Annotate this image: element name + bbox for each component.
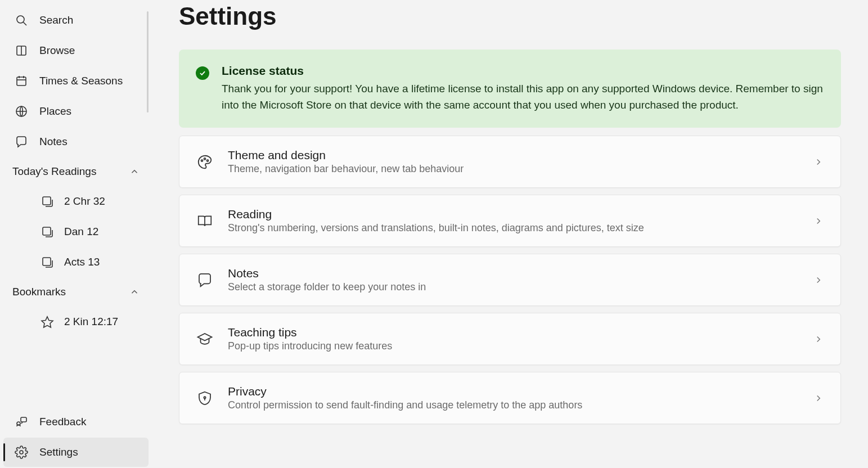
sidebar-sub-label: 2 Chr 32 xyxy=(64,195,105,208)
banner-text: License status Thank you for your suppor… xyxy=(222,64,824,113)
note-icon xyxy=(196,272,213,289)
card-title: Notes xyxy=(228,267,799,280)
card-subtitle: Theme, navigation bar behaviour, new tab… xyxy=(228,163,799,175)
sidebar-item-search[interactable]: Search xyxy=(3,6,149,35)
chevron-right-icon xyxy=(813,334,824,344)
sidebar-item-feedback[interactable]: Feedback xyxy=(3,407,149,436)
sidebar-item-label: Notes xyxy=(39,136,68,148)
banner-description: Thank you for your support! You have a l… xyxy=(222,81,824,113)
palette-icon xyxy=(196,154,213,170)
card-title: Teaching tips xyxy=(228,326,799,339)
sidebar-item-label: Places xyxy=(39,105,71,118)
sidebar-item-browse[interactable]: Browse xyxy=(3,36,149,65)
check-circle-icon xyxy=(196,66,209,80)
card-title: Reading xyxy=(228,208,799,221)
svg-marker-12 xyxy=(42,317,53,327)
tab-icon xyxy=(41,255,54,269)
chevron-up-icon xyxy=(129,166,140,177)
card-subtitle: Strong's numbering, versions and transla… xyxy=(228,222,799,234)
shield-icon xyxy=(196,390,213,407)
settings-card-reading[interactable]: Reading Strong's numbering, versions and… xyxy=(179,195,841,247)
feedback-icon xyxy=(15,415,28,429)
settings-card-privacy[interactable]: Privacy Control permission to send fault… xyxy=(179,372,841,424)
book-icon xyxy=(15,44,28,57)
open-book-icon xyxy=(196,213,213,230)
svg-point-19 xyxy=(204,397,205,398)
sidebar-item-label: Search xyxy=(39,14,73,26)
star-icon xyxy=(41,315,54,328)
svg-rect-4 xyxy=(17,77,26,86)
license-status-banner: License status Thank you for your suppor… xyxy=(179,50,841,128)
sidebar-sub-label: Dan 12 xyxy=(64,226,98,238)
sidebar-item-label: Browse xyxy=(39,44,75,57)
settings-card-teaching-tips[interactable]: Teaching tips Pop-up tips introducing ne… xyxy=(179,313,841,365)
settings-card-theme-and-design[interactable]: Theme and design Theme, navigation bar b… xyxy=(179,136,841,188)
card-subtitle: Control permission to send fault-finding… xyxy=(228,399,799,411)
svg-rect-10 xyxy=(43,227,51,235)
svg-rect-9 xyxy=(43,197,51,205)
sidebar-reading-item-acts13[interactable]: Acts 13 xyxy=(3,248,149,277)
sidebar-item-times-seasons[interactable]: Times & Seasons xyxy=(3,66,149,96)
gear-icon xyxy=(15,446,28,459)
card-subtitle: Pop-up tips introducing new features xyxy=(228,340,799,352)
sidebar-sub-label: 2 Kin 12:17 xyxy=(64,316,118,328)
tab-icon xyxy=(41,195,54,208)
sidebar-item-label: Settings xyxy=(39,446,78,458)
sidebar-bottom: Feedback Settings xyxy=(0,406,152,468)
card-title: Theme and design xyxy=(228,148,799,162)
note-icon xyxy=(15,135,28,148)
card-body: Theme and design Theme, navigation bar b… xyxy=(228,148,799,175)
search-icon xyxy=(15,14,28,27)
page-title: Settings xyxy=(179,2,841,30)
sidebar-item-label: Feedback xyxy=(39,416,86,428)
chevron-right-icon xyxy=(813,275,824,285)
chevron-right-icon xyxy=(813,216,824,226)
sidebar-section-todays-readings[interactable]: Today's Readings xyxy=(0,158,152,186)
sidebar-item-notes[interactable]: Notes xyxy=(3,127,149,156)
svg-point-16 xyxy=(201,160,203,161)
chevron-right-icon xyxy=(813,393,824,403)
card-body: Notes Select a storage folder to keep yo… xyxy=(228,267,799,293)
sidebar-reading-item-dan12[interactable]: Dan 12 xyxy=(3,217,149,246)
svg-point-18 xyxy=(207,160,209,161)
sidebar-section-bookmarks[interactable]: Bookmarks xyxy=(0,278,152,306)
svg-rect-14 xyxy=(21,417,26,422)
card-body: Reading Strong's numbering, versions and… xyxy=(228,208,799,234)
card-body: Teaching tips Pop-up tips introducing ne… xyxy=(228,326,799,352)
tab-icon xyxy=(41,225,54,238)
globe-icon xyxy=(15,105,28,118)
chevron-up-icon xyxy=(129,287,140,297)
sidebar-reading-item-2chr32[interactable]: 2 Chr 32 xyxy=(3,187,149,216)
banner-title: License status xyxy=(222,64,824,78)
sidebar-bookmark-item-2kin1217[interactable]: 2 Kin 12:17 xyxy=(3,307,149,336)
card-title: Privacy xyxy=(228,385,799,398)
main-content: Settings License status Thank you for yo… xyxy=(152,0,868,468)
svg-point-17 xyxy=(204,158,206,159)
sidebar-item-label: Times & Seasons xyxy=(39,75,123,87)
sidebar-section-title: Bookmarks xyxy=(12,286,66,298)
calendar-icon xyxy=(15,74,28,88)
sidebar: Search Browse Times & Seasons Places Not xyxy=(0,0,152,468)
svg-point-0 xyxy=(17,16,24,23)
card-body: Privacy Control permission to send fault… xyxy=(228,385,799,411)
sidebar-item-places[interactable]: Places xyxy=(3,97,149,126)
svg-rect-11 xyxy=(43,258,51,266)
svg-line-1 xyxy=(24,22,27,26)
graduation-cap-icon xyxy=(196,331,213,348)
sidebar-item-settings[interactable]: Settings xyxy=(3,438,149,467)
sidebar-section-title: Today's Readings xyxy=(12,165,96,178)
sidebar-scroll-area: Search Browse Times & Seasons Places Not xyxy=(0,0,152,406)
chevron-right-icon xyxy=(813,157,824,167)
settings-card-notes[interactable]: Notes Select a storage folder to keep yo… xyxy=(179,254,841,306)
sidebar-sub-label: Acts 13 xyxy=(64,256,100,268)
svg-point-15 xyxy=(20,451,23,454)
card-subtitle: Select a storage folder to keep your not… xyxy=(228,281,799,293)
